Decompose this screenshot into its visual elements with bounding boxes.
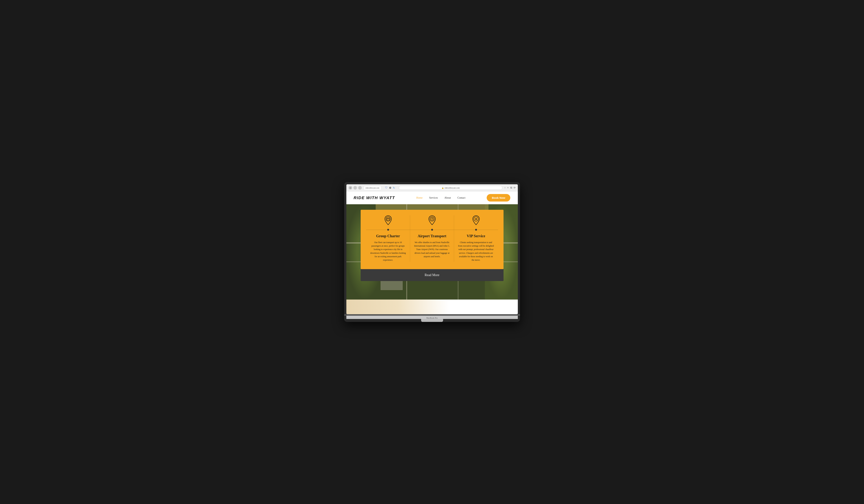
airport-transport-column: Airport Transport We offer shuttles to a… [410, 215, 454, 262]
nav-contact[interactable]: Contact [457, 196, 465, 199]
website-content: RIDE WITH WYATT Home Services About Cont… [346, 191, 518, 314]
trackpad-notch [421, 319, 443, 322]
address-bar[interactable]: 🔒 ridewithwyatt.com [399, 186, 503, 190]
vip-service-icon-wrap [458, 215, 494, 226]
nav-links: Home Services About Contact [416, 196, 465, 199]
nav-home[interactable]: Home [416, 196, 422, 199]
svg-point-3 [387, 220, 387, 220]
svg-marker-8 [475, 218, 477, 220]
browser-actions: ↑ + ⧉ ⟳ [504, 186, 515, 190]
add-tab-icon[interactable]: + [507, 186, 509, 190]
vip-service-desc: Clients seeking transportation to and fr… [458, 241, 494, 262]
nav-services[interactable]: Services [429, 196, 438, 199]
screen: ⊞ ‹ › ridewithwyatt.com 🛡 ⚙ ↻ 🔒 ridewith… [346, 184, 518, 314]
laptop-hinge [344, 314, 520, 316]
browser-bar: ⊞ ‹ › ridewithwyatt.com 🛡 ⚙ ↻ 🔒 ridewith… [346, 184, 518, 191]
services-grid: Group Charter Our fleet can transport up… [366, 215, 498, 262]
forward-button[interactable]: › [358, 186, 362, 190]
windows-icon[interactable]: ⧉ [510, 186, 512, 189]
nav-about[interactable]: About [444, 196, 451, 199]
browser-controls: ⊞ ‹ › [349, 186, 362, 190]
group-charter-icon-wrap [370, 215, 406, 226]
url-text: ridewithwyatt.com [445, 187, 460, 189]
read-more-bar[interactable]: Read More [361, 269, 504, 281]
services-card: Group Charter Our fleet can transport up… [361, 210, 504, 269]
vip-service-title: VIP Service [458, 234, 494, 238]
bottom-preview [346, 300, 518, 314]
vip-service-dot [475, 229, 477, 231]
airport-transport-divider [414, 229, 451, 231]
lock-icon: 🔒 [442, 187, 444, 189]
tab-area: ridewithwyatt.com [363, 186, 381, 190]
group-charter-title: Group Charter [370, 234, 406, 238]
group-charter-desc: Our fleet can transport up to 10 passeng… [370, 241, 406, 262]
macbook-label: MacBook Pro [346, 316, 518, 319]
airport-transport-desc: We offer shuttles to and from Nashville … [414, 241, 451, 258]
group-charter-column: Group Charter Our fleet can transport up… [366, 215, 410, 262]
vip-service-icon [471, 215, 481, 226]
reload-icon[interactable]: ⟳ [514, 186, 516, 189]
svg-point-4 [389, 220, 389, 220]
hero-section: Group Charter Our fleet can transport up… [346, 204, 518, 300]
shield-icon: 🛡 [385, 186, 387, 189]
tab-toggle-button[interactable]: ⊞ [349, 186, 352, 190]
vip-service-divider [458, 229, 494, 231]
settings-icon: ⚙ [389, 186, 392, 190]
airport-transport-title: Airport Transport [414, 234, 451, 238]
browser-tab[interactable]: ridewithwyatt.com [363, 186, 381, 190]
group-charter-dot [387, 229, 389, 231]
brand-logo[interactable]: RIDE WITH WYATT [354, 195, 395, 200]
airport-transport-icon-wrap [414, 215, 451, 226]
sync-icon: ↻ [393, 186, 395, 190]
back-button[interactable]: ‹ [353, 186, 357, 190]
airport-transport-icon [427, 215, 437, 226]
vip-service-column: VIP Service Clients seeking transportati… [454, 215, 498, 262]
share-icon[interactable]: ↑ [504, 186, 505, 189]
group-charter-divider [370, 229, 406, 231]
navbar: RIDE WITH WYATT Home Services About Cont… [346, 191, 518, 204]
airport-transport-dot [431, 229, 433, 231]
laptop-frame: ⊞ ‹ › ridewithwyatt.com 🛡 ⚙ ↻ 🔒 ridewith… [344, 182, 520, 322]
book-now-button[interactable]: Book Now [487, 194, 510, 202]
read-more-link[interactable]: Read More [424, 273, 439, 277]
group-charter-icon [383, 215, 393, 226]
